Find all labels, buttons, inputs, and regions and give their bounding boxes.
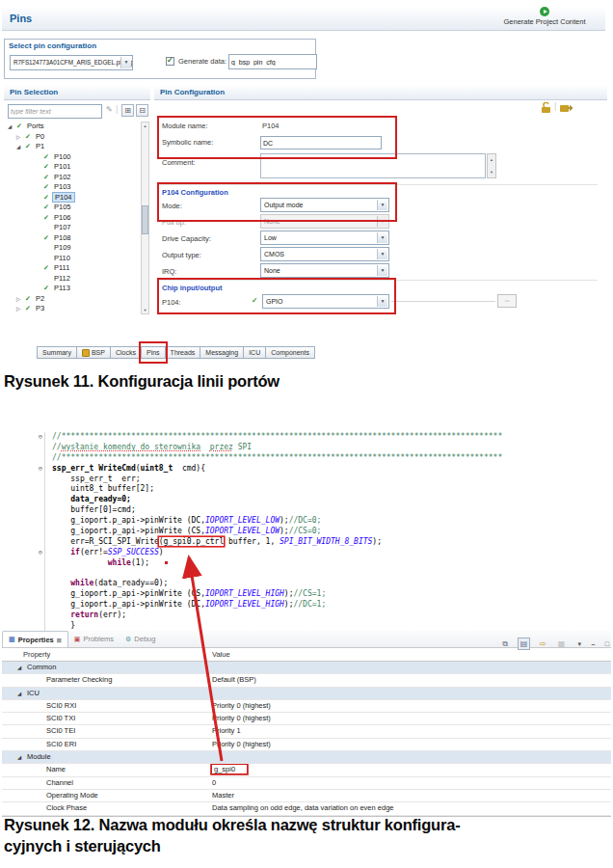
tab-messaging[interactable]: Messaging bbox=[200, 346, 244, 359]
caption-line-1: Rysunek 12. Nazwa modułu określa nazwę s… bbox=[4, 814, 609, 835]
tab-icu[interactable]: ICU bbox=[243, 346, 266, 359]
output-type-dropdown[interactable]: CMOS▼ bbox=[260, 247, 389, 261]
tree-item-p113[interactable]: ✓P113 bbox=[4, 284, 139, 294]
value-cell bbox=[206, 751, 611, 763]
collapse-icon[interactable]: ◢ bbox=[17, 688, 27, 699]
filter-input[interactable] bbox=[8, 104, 102, 119]
collapse-icon[interactable]: ◢ bbox=[8, 122, 16, 132]
code-editor[interactable]: ⊖//*************************************… bbox=[29, 432, 609, 632]
expand-all-icon[interactable]: ⊞ bbox=[121, 104, 134, 117]
comment-textarea[interactable] bbox=[260, 153, 486, 178]
tab-clocks[interactable]: Clocks bbox=[110, 346, 142, 359]
tree-item-p111[interactable]: ✓P111 bbox=[4, 263, 139, 274]
value-cell: Priority 0 (highest) bbox=[206, 739, 611, 750]
divider bbox=[158, 280, 598, 281]
drive-capacity-dropdown[interactable]: Low▼ bbox=[260, 231, 389, 245]
fold-collapse-icon[interactable]: ⊖ bbox=[29, 548, 45, 558]
view-menu-chevron-icon[interactable]: ▾ bbox=[577, 640, 581, 648]
irq-dropdown[interactable]: None▼ bbox=[260, 263, 389, 278]
expand-icon[interactable]: ▷ bbox=[16, 294, 25, 305]
unlock-icon[interactable] bbox=[540, 102, 552, 114]
table-row[interactable]: SCI0 TEIPriority 1 bbox=[2, 725, 611, 738]
tree-item-p0[interactable]: ▷✓P0 bbox=[4, 132, 139, 143]
tree-item-p1[interactable]: ◢✓P1 bbox=[4, 142, 139, 152]
table-row[interactable]: Operating ModeMaster bbox=[2, 790, 611, 802]
irq-value: None bbox=[264, 267, 280, 274]
chevron-down-icon[interactable]: ▼ bbox=[377, 249, 387, 259]
table-row[interactable]: Parameter CheckingDefault (BSP) bbox=[2, 674, 611, 687]
tab-properties[interactable]: ▦Properties⊠ bbox=[2, 631, 68, 647]
value-highlighted: g_spi0 bbox=[212, 765, 247, 773]
scroll-down-icon[interactable]: ▼ bbox=[142, 308, 148, 312]
chevron-down-icon[interactable]: ▼ bbox=[377, 200, 387, 210]
tab-summary[interactable]: Summary bbox=[37, 346, 77, 359]
tree-item-p101[interactable]: ✓P101 bbox=[4, 162, 139, 173]
spinner-down-icon[interactable]: ▼ bbox=[488, 170, 495, 175]
table-row[interactable]: Nameg_spi0 bbox=[2, 764, 611, 776]
collapse-icon[interactable]: ◢ bbox=[16, 142, 25, 152]
table-row[interactable]: SCI0 RXIPriority 0 (highest) bbox=[2, 700, 611, 713]
chevron-down-icon[interactable]: ▼ bbox=[120, 57, 131, 68]
tree-item-p110[interactable]: P110 bbox=[4, 254, 139, 264]
tree-item-p104[interactable]: ✓P104 bbox=[4, 193, 139, 203]
table-row[interactable]: ◢Common bbox=[2, 662, 611, 674]
spinner-up-icon[interactable]: ▲ bbox=[488, 157, 495, 162]
tab-problems[interactable]: ▣Problems bbox=[68, 631, 120, 647]
table-row[interactable]: Channel0 bbox=[2, 777, 611, 790]
tree-item-label: P2 bbox=[34, 294, 46, 303]
code-token: ); bbox=[372, 537, 382, 546]
table-row[interactable]: ◢ICU bbox=[2, 688, 611, 700]
fold-collapse-icon[interactable]: ⊖ bbox=[29, 464, 45, 475]
collapse-icon[interactable]: ◢ bbox=[17, 662, 27, 673]
tab-bsp[interactable]: BSP bbox=[76, 346, 111, 359]
expand-icon[interactable]: ▷ bbox=[16, 132, 25, 143]
collapse-icon[interactable]: ◢ bbox=[17, 751, 27, 763]
tab-pins[interactable]: Pins bbox=[141, 346, 166, 359]
tree-item-p102[interactable]: ✓P102 bbox=[4, 173, 139, 183]
tree-item-p105[interactable]: ✓P105 bbox=[4, 203, 139, 213]
chip-p104-dropdown[interactable]: GPIO▼ bbox=[262, 294, 389, 309]
tree-item-p3[interactable]: ▷✓P3 bbox=[4, 304, 139, 314]
value-cell bbox=[206, 662, 611, 673]
table-row[interactable]: SCI0 ERIPriority 0 (highest) bbox=[2, 739, 611, 751]
tree-item-p103[interactable]: ✓P103 bbox=[4, 182, 139, 193]
tree-item-p100[interactable]: ✓P100 bbox=[4, 152, 139, 163]
collapse-all-icon[interactable]: ⊟ bbox=[136, 104, 148, 117]
module-name-value: P104 bbox=[262, 122, 280, 130]
chevron-down-icon[interactable]: ▼ bbox=[377, 232, 387, 243]
table-row[interactable]: ◢Module bbox=[2, 751, 611, 764]
scroll-up-icon[interactable]: ▲ bbox=[142, 123, 148, 128]
pin-configuration-dropdown[interactable]: R7FS124773A01CFM_ARIS_EDGEL.pincfg ▼ bbox=[10, 55, 133, 70]
tree-item-p109[interactable]: P109 bbox=[4, 243, 139, 254]
generate-data-checkbox[interactable]: ✓ bbox=[166, 57, 174, 66]
expand-icon[interactable]: ▷ bbox=[16, 304, 25, 314]
generate-project-content-button[interactable]: Generate Project Content bbox=[484, 7, 605, 26]
tab-debug[interactable]: ⚙Debug bbox=[120, 631, 161, 647]
code-token: IOPORT_LEVEL_HIGH bbox=[205, 600, 284, 609]
table-row[interactable]: SCI0 TXIPriority 0 (highest) bbox=[2, 713, 611, 725]
swap-icon[interactable]: ⇔ bbox=[497, 294, 517, 308]
export-icon[interactable] bbox=[560, 103, 573, 113]
filter-pencil-icon[interactable]: ✎ bbox=[106, 105, 113, 114]
tree-item-p2[interactable]: ▷✓P2 bbox=[4, 294, 139, 305]
tree-item-ports[interactable]: ◢✓Ports bbox=[4, 122, 139, 132]
maximize-icon[interactable]: □ bbox=[605, 640, 609, 647]
mode-dropdown[interactable]: Output mode▼ bbox=[260, 198, 389, 212]
comment-spinner[interactable]: ▲▼ bbox=[487, 153, 496, 178]
chevron-down-icon[interactable]: ▼ bbox=[377, 296, 387, 307]
tree-item-p108[interactable]: ✓P108 bbox=[4, 233, 139, 244]
tree-item-p106[interactable]: ✓P106 bbox=[4, 213, 139, 224]
minimize-icon[interactable]: – bbox=[591, 640, 595, 647]
symbolic-name-input[interactable] bbox=[260, 136, 382, 149]
tab-components[interactable]: Components bbox=[265, 346, 315, 359]
generate-data-input[interactable] bbox=[228, 54, 317, 69]
fold-collapse-icon[interactable]: ⊖ bbox=[29, 432, 45, 443]
output-type-label: Output type: bbox=[162, 251, 201, 259]
tree-item-p107[interactable]: P107 bbox=[4, 223, 139, 233]
tree-item-p112[interactable]: P112 bbox=[4, 274, 139, 285]
chevron-down-icon[interactable]: ▼ bbox=[377, 265, 387, 276]
tab-threads[interactable]: Threads bbox=[165, 346, 201, 359]
tree-scrollbar[interactable]: ▲ ▼ bbox=[141, 122, 149, 314]
scrollbar-thumb[interactable] bbox=[142, 205, 148, 234]
close-icon[interactable]: ⊠ bbox=[57, 637, 62, 643]
